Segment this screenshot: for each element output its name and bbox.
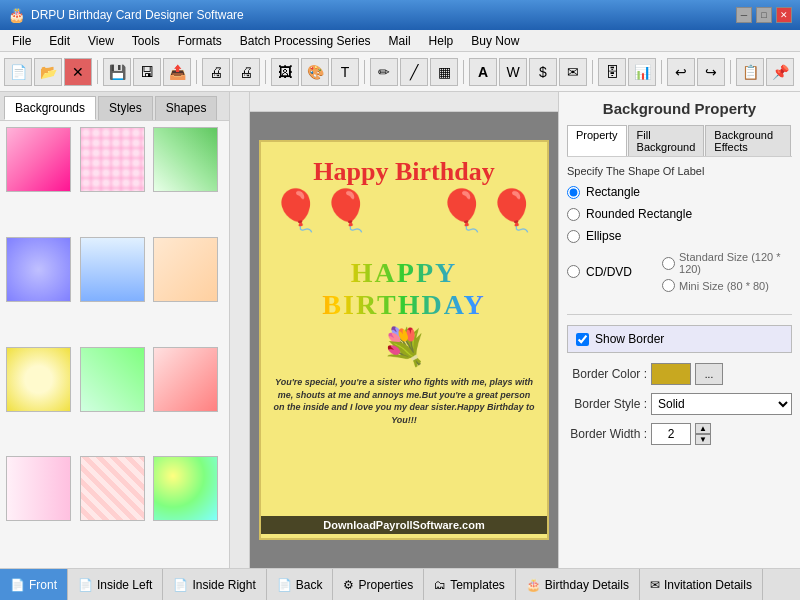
divider-1	[567, 314, 792, 315]
menu-help[interactable]: Help	[421, 32, 462, 50]
border-color-ellipsis[interactable]: ...	[695, 363, 723, 385]
bottom-bar: 📄 Front 📄 Inside Left 📄 Inside Right 📄 B…	[0, 568, 800, 600]
menu-tools[interactable]: Tools	[124, 32, 168, 50]
tb-image[interactable]: 🖼	[271, 58, 299, 86]
menu-batch[interactable]: Batch Processing Series	[232, 32, 379, 50]
tb-print2[interactable]: 🖨	[232, 58, 260, 86]
tab-templates[interactable]: 🗂 Templates	[424, 569, 516, 600]
tab-birthday-details-icon: 🎂	[526, 578, 541, 592]
tb-paste[interactable]: 📌	[766, 58, 794, 86]
tb-open[interactable]: 📂	[34, 58, 62, 86]
tab-back[interactable]: 📄 Back	[267, 569, 334, 600]
radio-rounded[interactable]	[567, 208, 580, 221]
tb-export[interactable]: 📤	[163, 58, 191, 86]
tb-db1[interactable]: 🗄	[598, 58, 626, 86]
bg-thumb-9[interactable]	[153, 347, 218, 412]
maximize-button[interactable]: □	[756, 7, 772, 23]
menu-bar: File Edit View Tools Formats Batch Proce…	[0, 30, 800, 52]
tb-line[interactable]: ╱	[400, 58, 428, 86]
prop-tab-fill[interactable]: Fill Background	[628, 125, 705, 156]
shape-radio-group: Rectangle Rounded Rectangle Ellipse CD/D…	[567, 185, 792, 292]
tb-undo[interactable]: ↩	[667, 58, 695, 86]
radio-rectangle-row: Rectangle	[567, 185, 792, 199]
tb-redo[interactable]: ↪	[697, 58, 725, 86]
left-panel: Backgrounds Styles Shapes	[0, 92, 230, 568]
tb-new[interactable]: 📄	[4, 58, 32, 86]
bg-thumb-12[interactable]	[153, 456, 218, 521]
tb-close[interactable]: ✕	[64, 58, 92, 86]
bg-thumb-11[interactable]	[80, 456, 145, 521]
card-flowers: 💐	[382, 326, 427, 368]
tab-inside-left[interactable]: 📄 Inside Left	[68, 569, 163, 600]
menu-edit[interactable]: Edit	[41, 32, 78, 50]
show-border-label: Show Border	[595, 332, 664, 346]
border-width-input[interactable]	[651, 423, 691, 445]
tb-db2[interactable]: 📊	[628, 58, 656, 86]
minimize-button[interactable]: ─	[736, 7, 752, 23]
tab-front-icon: 📄	[10, 578, 25, 592]
radio-ellipse[interactable]	[567, 230, 580, 243]
card-canvas: Happy Birthday 🎈🎈 🎈🎈 HAPPY BIRTHDAY 💐 Yo…	[259, 140, 549, 540]
radio-cd-mini[interactable]	[662, 279, 675, 292]
radio-cd-standard[interactable]	[662, 257, 675, 270]
tb-color[interactable]: 🎨	[301, 58, 329, 86]
cd-standard-label: Standard Size (120 * 120)	[679, 251, 792, 275]
border-width-up[interactable]: ▲	[695, 423, 711, 434]
prop-tab-property[interactable]: Property	[567, 125, 627, 156]
radio-rectangle[interactable]	[567, 186, 580, 199]
bg-thumb-2[interactable]	[80, 127, 145, 192]
border-style-select[interactable]: Solid Dashed Dotted	[651, 393, 792, 415]
tab-front[interactable]: 📄 Front	[0, 569, 68, 600]
bg-thumb-8[interactable]	[80, 347, 145, 412]
tab-properties[interactable]: ⚙ Properties	[333, 569, 424, 600]
bg-thumb-7[interactable]	[6, 347, 71, 412]
tb-draw[interactable]: ✏	[370, 58, 398, 86]
tb-save[interactable]: 🖫	[133, 58, 161, 86]
tab-birthday-details[interactable]: 🎂 Birthday Details	[516, 569, 640, 600]
tb-text2[interactable]: A	[469, 58, 497, 86]
title-bar-left: 🎂 DRPU Birthday Card Designer Software	[8, 7, 244, 23]
tb-print[interactable]: 🖨	[202, 58, 230, 86]
border-width-down[interactable]: ▼	[695, 434, 711, 445]
bg-thumb-10[interactable]	[6, 456, 71, 521]
radio-ellipse-row: Ellipse	[567, 229, 792, 243]
bg-thumb-6[interactable]	[153, 237, 218, 302]
bg-thumb-1[interactable]	[6, 127, 71, 192]
tab-backgrounds[interactable]: Backgrounds	[4, 96, 96, 120]
radio-rounded-label: Rounded Rectangle	[586, 207, 692, 221]
border-color-box[interactable]	[651, 363, 691, 385]
tb-barcode[interactable]: ▦	[430, 58, 458, 86]
tab-properties-label: Properties	[358, 578, 413, 592]
tab-properties-icon: ⚙	[343, 578, 354, 592]
radio-cddvd[interactable]	[567, 265, 580, 278]
border-width-row: Border Width : ▲ ▼	[567, 423, 792, 445]
tab-styles[interactable]: Styles	[98, 96, 153, 120]
show-border-checkbox[interactable]	[576, 333, 589, 346]
menu-view[interactable]: View	[80, 32, 122, 50]
radio-rounded-row: Rounded Rectangle	[567, 207, 792, 221]
tab-templates-icon: 🗂	[434, 578, 446, 592]
close-button[interactable]: ✕	[776, 7, 792, 23]
card-text: You're special, you're a sister who figh…	[271, 376, 537, 426]
tb-clip[interactable]: ✉	[559, 58, 587, 86]
menu-file[interactable]: File	[4, 32, 39, 50]
tb-save-all[interactable]: 💾	[103, 58, 131, 86]
thumbnail-grid	[0, 121, 229, 568]
tab-inside-right[interactable]: 📄 Inside Right	[163, 569, 266, 600]
prop-tab-effects[interactable]: Background Effects	[705, 125, 791, 156]
menu-formats[interactable]: Formats	[170, 32, 230, 50]
menu-mail[interactable]: Mail	[381, 32, 419, 50]
tab-shapes[interactable]: Shapes	[155, 96, 218, 120]
tb-text[interactable]: T	[331, 58, 359, 86]
bg-thumb-5[interactable]	[80, 237, 145, 302]
bg-thumb-3[interactable]	[153, 127, 218, 192]
menu-buynow[interactable]: Buy Now	[463, 32, 527, 50]
bg-thumb-4[interactable]	[6, 237, 71, 302]
tb-special[interactable]: $	[529, 58, 557, 86]
tb-wordsw[interactable]: W	[499, 58, 527, 86]
tb-copy[interactable]: 📋	[736, 58, 764, 86]
right-panel: Background Property Property Fill Backgr…	[558, 92, 800, 568]
cd-size-options: Standard Size (120 * 120) Mini Size (80 …	[662, 251, 792, 292]
prop-tabs: Property Fill Background Background Effe…	[567, 125, 792, 157]
tab-invitation-details[interactable]: ✉ Invitation Details	[640, 569, 763, 600]
